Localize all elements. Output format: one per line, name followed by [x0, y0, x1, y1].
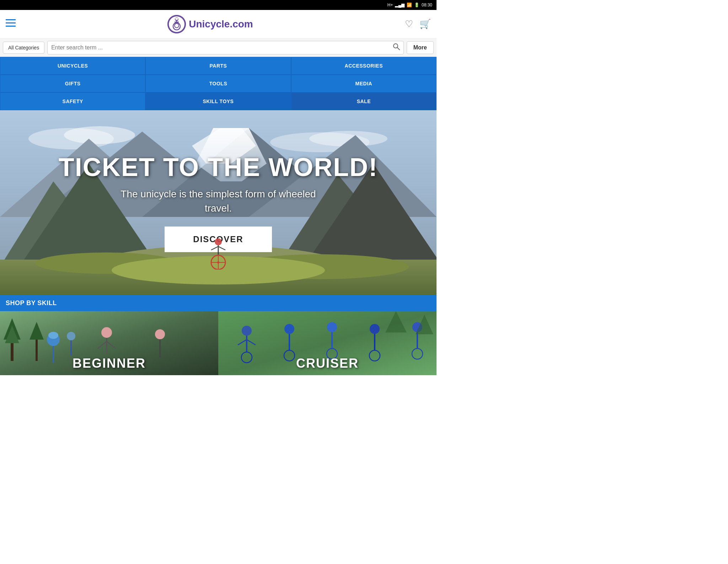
- svg-line-13: [397, 48, 400, 50]
- nav-accessories[interactable]: ACCESSORIES: [291, 57, 437, 75]
- skill-card-cruiser[interactable]: CRUISER: [218, 311, 437, 375]
- cart-icon[interactable]: 🛒: [419, 18, 431, 30]
- time-display: 08:30: [422, 2, 432, 7]
- more-button[interactable]: More: [407, 41, 434, 54]
- rider-figure: [208, 227, 229, 274]
- search-input-wrapper: [47, 41, 404, 54]
- svg-point-52: [67, 332, 75, 340]
- search-icon: [393, 43, 400, 50]
- svg-line-40: [218, 246, 225, 250]
- nav-sale[interactable]: SALE: [291, 92, 437, 110]
- status-bar: H+ ▂▄▆ 📶 🔋 08:30: [0, 0, 437, 10]
- logo-icon: [167, 15, 186, 33]
- cruiser-label: CRUISER: [296, 356, 359, 371]
- svg-point-48: [101, 327, 112, 338]
- header-icons: ♡ 🛒: [405, 18, 431, 30]
- wishlist-icon[interactable]: ♡: [405, 18, 413, 30]
- nav-skill-toys[interactable]: SKILL TOYS: [145, 92, 291, 110]
- hero-title: TICKET TO THE WORLD!: [59, 153, 378, 181]
- nav-grid: UNICYCLES PARTS ACCESSORIES GIFTS TOOLS …: [0, 57, 437, 110]
- nav-safety[interactable]: SAFETY: [0, 92, 145, 110]
- svg-line-39: [211, 246, 218, 250]
- svg-point-41: [215, 238, 222, 245]
- search-button[interactable]: [393, 43, 400, 52]
- nav-tools[interactable]: TOOLS: [145, 75, 291, 92]
- svg-point-12: [394, 44, 398, 48]
- hamburger-menu[interactable]: [6, 18, 16, 30]
- svg-point-60: [242, 326, 252, 336]
- svg-point-55: [48, 332, 58, 339]
- hero-subtitle: The unicycle is the simplest form of whe…: [59, 187, 378, 215]
- signal-bars: ▂▄▆: [395, 2, 405, 7]
- svg-rect-3: [6, 26, 16, 27]
- nav-unicycles[interactable]: UNICYCLES: [0, 57, 145, 75]
- svg-point-68: [327, 322, 337, 332]
- signal-indicator: H+: [387, 2, 393, 7]
- svg-point-71: [370, 324, 380, 334]
- hero-section: TICKET TO THE WORLD! The unicycle is the…: [0, 110, 437, 295]
- hamburger-icon: [6, 19, 16, 27]
- search-input[interactable]: [51, 44, 393, 51]
- nav-gifts[interactable]: GIFTS: [0, 75, 145, 92]
- nav-media[interactable]: MEDIA: [291, 75, 437, 92]
- svg-point-65: [284, 324, 294, 334]
- nav-parts[interactable]: PARTS: [145, 57, 291, 75]
- skill-card-beginner[interactable]: BEGINNER: [0, 311, 218, 375]
- skills-grid: BEGINNER: [0, 311, 437, 375]
- svg-rect-46: [36, 336, 38, 361]
- logo-container[interactable]: Unicycle.com: [16, 15, 405, 33]
- svg-point-16: [64, 126, 135, 144]
- shop-by-skill-header: SHOP BY SKILL: [0, 295, 437, 311]
- logo-text: Unicycle.com: [189, 18, 253, 30]
- svg-rect-2: [6, 22, 16, 23]
- svg-point-10: [175, 18, 178, 20]
- beginner-label: BEGINNER: [73, 356, 146, 371]
- all-categories-button[interactable]: All Categories: [3, 42, 44, 54]
- battery-icon: 🔋: [414, 2, 419, 7]
- header: Unicycle.com ♡ 🛒: [0, 10, 437, 38]
- search-bar: All Categories More: [0, 38, 437, 57]
- svg-point-57: [155, 329, 165, 339]
- wifi-icon: 📶: [407, 2, 412, 7]
- svg-rect-1: [6, 19, 16, 20]
